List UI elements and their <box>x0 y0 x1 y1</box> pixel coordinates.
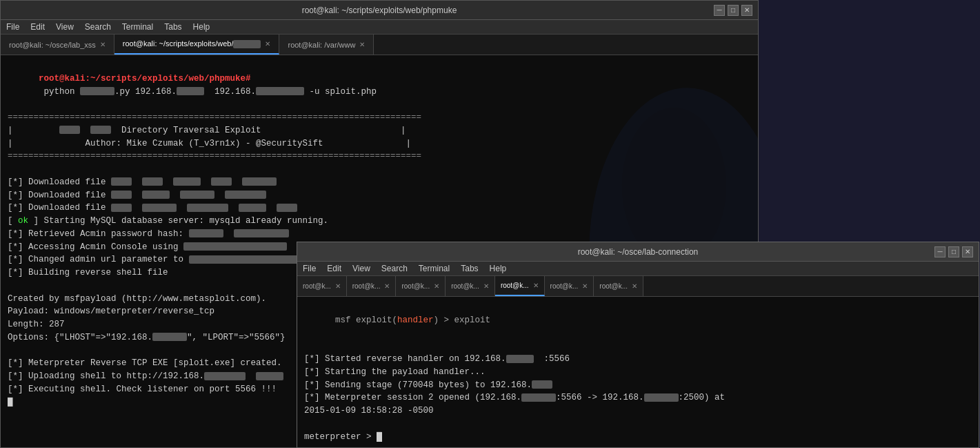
overlay-menu-file[interactable]: File <box>303 264 316 273</box>
overlay-tab-3[interactable]: root@k... ✕ <box>396 276 446 296</box>
overlay-menu-edit[interactable]: Edit <box>327 264 341 273</box>
tab-label: root@k... <box>303 282 331 290</box>
tab-label: root@k... <box>599 282 628 290</box>
overlay-maximize-button[interactable]: □ <box>948 246 959 257</box>
tab-phpmuke[interactable]: root@kali: ~/scripts/exploits/web/ ✕ <box>114 35 280 55</box>
overlay-tab-4[interactable]: root@k... ✕ <box>446 276 495 296</box>
main-window-title: root@kali: ~/scripts/exploits/web/phpmuk… <box>302 6 457 15</box>
tab-label: root@kali: /var/www <box>288 41 355 49</box>
overlay-menu-search[interactable]: Search <box>381 264 408 273</box>
overlay-terminal-content[interactable]: msf exploit(handler) > exploit [*] Start… <box>297 297 979 447</box>
overlay-tab-bar: root@k... ✕ root@k... ✕ root@k... ✕ root… <box>297 276 979 297</box>
overlay-payload-handler: [*] Starting the payload handler... <box>304 366 972 379</box>
overlay-menubar: File Edit View Search Terminal Tabs Help <box>297 262 979 276</box>
tab-label: root@k... <box>401 282 430 290</box>
overlay-tab-1[interactable]: root@k... ✕ <box>297 276 347 296</box>
minimize-button[interactable]: ─ <box>714 5 725 16</box>
terminal-line-title1: | Directory Traversal Exploit | <box>8 124 751 137</box>
overlay-menu-terminal[interactable]: Terminal <box>419 264 450 273</box>
tab-close-icon[interactable]: ✕ <box>100 41 106 48</box>
tab-label: root@k... <box>352 282 381 290</box>
overlay-menu-tabs[interactable]: Tabs <box>461 264 478 273</box>
tab-label: root@kali: ~/osce/lab_xss <box>9 41 96 49</box>
tab-close-icon[interactable]: ✕ <box>335 282 341 290</box>
tab-label: root@kali: ~/scripts/exploits/web/ <box>123 39 261 48</box>
maximize-button[interactable]: □ <box>728 5 739 16</box>
terminal-line-sep2: ========================================… <box>8 150 751 163</box>
overlay-menu-view[interactable]: View <box>352 264 370 273</box>
menu-file[interactable]: File <box>6 22 19 32</box>
menu-view[interactable]: View <box>56 22 74 32</box>
overlay-close-button[interactable]: ✕ <box>962 246 973 257</box>
terminal-dl2: [*] Downloaded file <box>8 189 751 202</box>
overlay-tab-6[interactable]: root@k... ✕ <box>545 276 594 296</box>
main-window-controls[interactable]: ─ □ ✕ <box>714 5 752 16</box>
tab-close-icon[interactable]: ✕ <box>265 40 270 48</box>
overlay-tab-7[interactable]: root@k... ✕ <box>594 276 643 296</box>
tab-label: root@k... <box>451 282 479 290</box>
terminal-line-author: | Author: Mike Czumak (T_v3rn1x) - @Secu… <box>8 137 751 150</box>
terminal-line-0: root@kali:~/scripts/exploits/web/phpmuke… <box>8 59 751 111</box>
tab-close-icon[interactable]: ✕ <box>359 41 365 48</box>
terminal-blank-1 <box>8 163 751 176</box>
overlay-tab-2[interactable]: root@k... ✕ <box>347 276 397 296</box>
tab-label: root@k... <box>550 282 579 290</box>
menu-terminal[interactable]: Terminal <box>122 22 153 32</box>
close-button[interactable]: ✕ <box>741 5 752 16</box>
overlay-titlebar: root@kali: ~/osce/lab-connection ─ □ ✕ <box>297 242 979 262</box>
menu-search[interactable]: Search <box>85 22 111 32</box>
tab-var-www[interactable]: root@kali: /var/www ✕ <box>279 35 374 55</box>
overlay-tab-5[interactable]: root@k... ✕ <box>495 276 545 296</box>
overlay-meterpreter-prompt: meterpreter > █ <box>304 431 972 444</box>
terminal-dl3: [*] Downloaded file <box>8 202 751 215</box>
main-menubar: File Edit View Search Terminal Tabs Help <box>1 20 758 35</box>
overlay-terminal-window[interactable]: root@kali: ~/osce/lab-connection ─ □ ✕ F… <box>297 242 979 448</box>
overlay-blank-2 <box>304 418 972 431</box>
tab-close-icon[interactable]: ✕ <box>434 282 439 290</box>
menu-tabs[interactable]: Tabs <box>164 22 181 32</box>
overlay-handler: [*] Started reverse handler on 192.168. … <box>304 353 972 366</box>
tab-close-icon[interactable]: ✕ <box>483 282 489 290</box>
overlay-minimize-button[interactable]: ─ <box>934 246 946 257</box>
overlay-menu-help[interactable]: Help <box>490 264 507 273</box>
overlay-sending: [*] Sending stage (770048 bytes) to 192.… <box>304 379 972 392</box>
tab-lab-xss[interactable]: root@kali: ~/osce/lab_xss ✕ <box>1 35 114 55</box>
overlay-window-title: root@kali: ~/osce/lab-connection <box>578 247 699 257</box>
tab-close-icon[interactable]: ✕ <box>582 282 588 290</box>
terminal-dl1: [*] Downloaded file <box>8 176 751 189</box>
menu-edit[interactable]: Edit <box>30 22 45 32</box>
overlay-blank-1 <box>304 340 972 353</box>
menu-help[interactable]: Help <box>193 22 210 32</box>
terminal-acmin-hash: [*] Retrieved Acmin password hash: <box>8 228 751 241</box>
terminal-mysql: [ ok ] Starting MySQL database server: m… <box>8 215 751 228</box>
main-tab-bar: root@kali: ~/osce/lab_xss ✕ root@kali: ~… <box>1 35 758 55</box>
overlay-window-controls[interactable]: ─ □ ✕ <box>934 246 973 257</box>
overlay-session-opened: [*] Meterpreter session 2 opened (192.16… <box>304 391 972 405</box>
main-titlebar: root@kali: ~/scripts/exploits/web/phpmuk… <box>1 1 758 20</box>
tab-label: root@k... <box>501 282 529 289</box>
tab-close-icon[interactable]: ✕ <box>533 282 539 289</box>
overlay-line-exploit: msf exploit(handler) > exploit <box>304 301 972 340</box>
tab-close-icon[interactable]: ✕ <box>384 282 390 290</box>
tab-close-icon[interactable]: ✕ <box>632 282 637 290</box>
overlay-timestamp: 2015-01-09 18:58:28 -0500 <box>304 405 972 418</box>
terminal-line-sep1: ========================================… <box>8 111 751 124</box>
